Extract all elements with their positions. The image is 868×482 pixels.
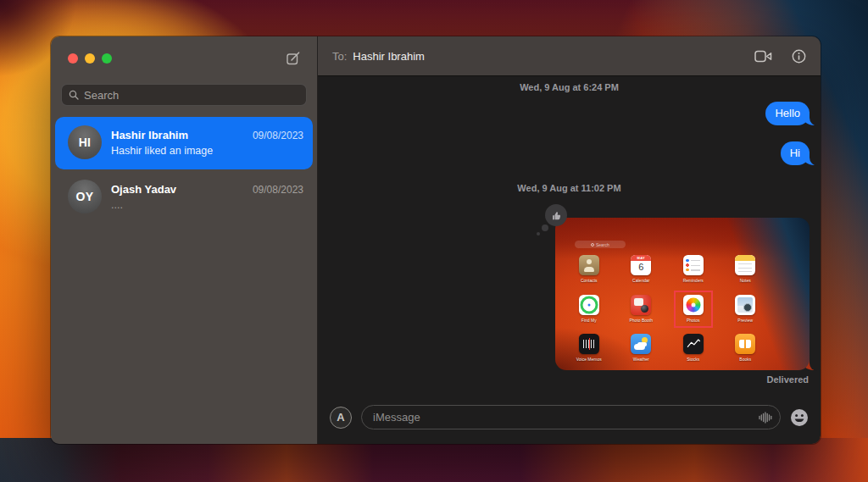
desktop-wallpaper-bottom — [0, 438, 868, 482]
window-controls — [68, 53, 112, 64]
app-cell: Notes — [720, 255, 772, 283]
thumbs-up-icon — [551, 210, 562, 221]
search-icon — [591, 243, 594, 247]
waveform-icon — [758, 411, 772, 424]
compose-new-message-button[interactable] — [286, 51, 301, 66]
preview-app-icon — [735, 295, 755, 315]
contacts-app-icon — [579, 255, 599, 275]
find-my-app-icon — [579, 295, 599, 315]
search-field[interactable] — [61, 84, 307, 106]
recipient-name: Hashir Ibrahim — [353, 50, 425, 63]
stocks-app-icon — [683, 334, 704, 354]
imessage-apps-button[interactable]: A — [330, 407, 352, 429]
avatar: HI — [68, 125, 102, 159]
message-input-bar: A — [318, 396, 821, 444]
compose-icon — [286, 51, 301, 66]
imessage-field[interactable] — [361, 405, 781, 429]
conversation-date: 09/08/2023 — [253, 184, 303, 196]
app-cell: MAY 6 Calendar — [615, 255, 668, 283]
conversation-item-hashir[interactable]: HI Hashir Ibrahim 09/08/2023 Hashir like… — [55, 117, 313, 169]
reminders-app-icon — [683, 255, 704, 275]
sent-message-bubble[interactable]: Hello — [765, 102, 810, 125]
sent-image-message[interactable]: Search Contacts MAY 6 Calendar — [555, 218, 810, 370]
app-cell: Contacts — [563, 255, 615, 283]
search-icon — [69, 90, 79, 100]
timestamp: Wed, 9 Aug at 6:24 PM — [520, 82, 619, 92]
conversation-date: 09/08/2023 — [253, 130, 303, 141]
emoji-picker-button[interactable] — [790, 408, 809, 427]
app-cell: Voice Memos — [563, 334, 615, 362]
app-cell: Books — [720, 334, 772, 362]
chat-pane: To: Hashir Ibrahim — [318, 36, 821, 444]
notes-app-icon — [735, 255, 755, 275]
app-cell: Preview — [720, 295, 772, 323]
conversation-sidebar: HI Hashir Ibrahim 09/08/2023 Hashir like… — [51, 36, 318, 444]
app-cell: Stocks — [667, 334, 720, 362]
minimize-window-button[interactable] — [85, 53, 95, 64]
conversation-name: Hashir Ibrahim — [111, 129, 188, 141]
app-cell-photos-highlighted: Photos — [667, 295, 720, 323]
info-icon — [792, 49, 806, 64]
zoom-window-button[interactable] — [102, 53, 112, 64]
photo-booth-app-icon — [631, 295, 651, 315]
message-text: Hi — [790, 147, 800, 159]
to-label: To: — [332, 50, 347, 63]
app-cell: Photo Booth — [615, 295, 668, 323]
app-cell: Weather — [615, 334, 668, 362]
thumbs-up-tapback[interactable] — [545, 204, 567, 226]
details-info-button[interactable] — [792, 49, 806, 64]
facetime-video-button[interactable] — [754, 50, 772, 63]
sidebar-header — [51, 36, 317, 80]
sent-message-bubble[interactable]: Hi — [781, 141, 810, 165]
app-cell: Reminders — [667, 255, 720, 283]
launchpad-search-pill: Search — [575, 241, 626, 248]
red-highlight-box — [674, 291, 713, 328]
close-window-button[interactable] — [68, 53, 78, 64]
delivered-status: Delivered — [766, 374, 809, 385]
audio-message-button[interactable] — [758, 411, 772, 424]
books-app-icon — [735, 334, 755, 354]
messages-window: HI Hashir Ibrahim 09/08/2023 Hashir like… — [51, 36, 821, 444]
timestamp: Wed, 9 Aug at 11:02 PM — [517, 183, 620, 193]
weather-app-icon — [631, 334, 651, 354]
video-camera-icon — [754, 50, 772, 63]
conversation-name: Ojash Yadav — [111, 183, 176, 196]
message-scroll-area[interactable]: Wed, 9 Aug at 6:24 PM Hello Hi Wed, 9 Au… — [318, 76, 821, 396]
conversation-preview: Hashir liked an image — [111, 145, 303, 157]
app-cell: Find My — [563, 295, 615, 323]
smiley-emoji-icon — [790, 408, 809, 427]
search-input[interactable] — [84, 89, 299, 102]
conversation-item-ojash[interactable]: OY Ojash Yadav 09/08/2023 .... — [55, 171, 313, 224]
conversation-preview: .... — [111, 199, 303, 211]
voice-memos-app-icon — [579, 334, 599, 354]
imessage-input[interactable] — [373, 411, 758, 424]
calendar-app-icon: MAY 6 — [631, 255, 651, 275]
conversation-list: HI Hashir Ibrahim 09/08/2023 Hashir like… — [51, 117, 317, 224]
launchpad-app-grid: Contacts MAY 6 Calendar Reminders — [563, 250, 771, 368]
chat-header: To: Hashir Ibrahim — [318, 36, 821, 76]
launchpad-screenshot-image[interactable]: Search Contacts MAY 6 Calendar — [555, 218, 810, 370]
avatar: OY — [68, 180, 102, 213]
stocks-chart-glyph — [685, 335, 702, 352]
message-text: Hello — [775, 107, 800, 119]
